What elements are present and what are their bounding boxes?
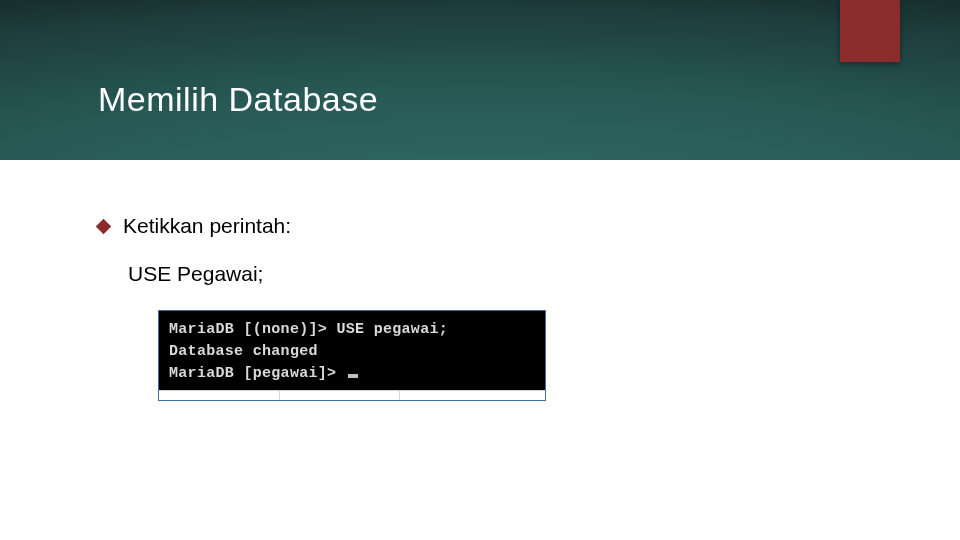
bullet-item: Ketikkan perintah: — [98, 212, 291, 239]
accent-tab — [840, 0, 900, 62]
diamond-bullet-icon — [96, 219, 112, 235]
cursor-icon — [348, 374, 358, 378]
terminal-bottom-strip — [159, 390, 545, 400]
terminal-body: MariaDB [(none)]> USE pegawai; Database … — [159, 311, 545, 390]
bullet-text: Ketikkan perintah: — [123, 212, 291, 239]
slide-title: Memilih Database — [98, 80, 378, 119]
terminal-line-3: MariaDB [pegawai]> — [169, 365, 336, 382]
slide: Memilih Database Ketikkan perintah: USE … — [0, 0, 960, 540]
terminal-screenshot: MariaDB [(none)]> USE pegawai; Database … — [158, 310, 546, 401]
terminal-line-2: Database changed — [169, 343, 318, 360]
terminal-line-1: MariaDB [(none)]> USE pegawai; — [169, 321, 448, 338]
command-text: USE Pegawai; — [128, 260, 263, 287]
